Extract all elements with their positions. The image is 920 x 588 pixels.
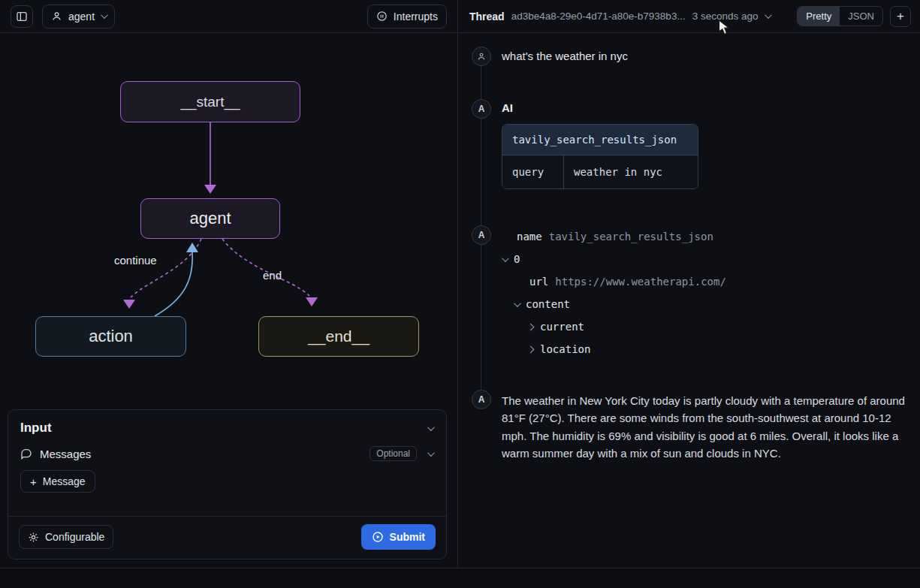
optional-badge: Optional (370, 446, 417, 461)
edge-label-end: end (263, 269, 282, 282)
graph-node-start[interactable]: __start__ (120, 81, 300, 122)
chevron-down-icon[interactable] (765, 11, 772, 19)
tree-key: current (540, 321, 584, 333)
human-avatar (472, 47, 491, 66)
chat-bubble-icon (20, 448, 32, 460)
chevron-right-icon[interactable] (527, 323, 535, 330)
human-message: what's the weather in nyc (472, 47, 905, 66)
tool-call-table: tavily_search_results_json query weather… (502, 124, 698, 189)
view-mode-toggle: Pretty JSON (797, 6, 883, 26)
tree-key: content (526, 298, 570, 310)
tool-arg-row: query weather in nyc (502, 155, 698, 188)
thread-toolbar: Thread ad3be4a8-29e0-4d71-a80e-b7938b3..… (459, 0, 920, 33)
thread-timestamp: 3 seconds ago (692, 11, 759, 22)
graph-node-action[interactable]: action (35, 316, 186, 357)
sidebar-toggle-button[interactable] (11, 5, 33, 28)
graph-panel: agent Interrupts __start__ (0, 0, 458, 568)
app-window: agent Interrupts __start__ (0, 0, 920, 588)
chevron-down-icon[interactable] (427, 449, 435, 457)
interrupts-icon (376, 11, 388, 22)
tool-name-header: tavily_search_results_json (502, 125, 698, 155)
conversation: what's the weather in nyc A AI tavily_se… (459, 33, 920, 568)
tree-key: url (529, 276, 548, 288)
view-pretty-button[interactable]: Pretty (798, 7, 840, 26)
tool-result-message: A name tavily_search_results_json 0 url … (472, 225, 905, 360)
ai-avatar: A (472, 99, 491, 119)
plus-icon: + (30, 476, 37, 487)
tool-result-name-key: name (517, 231, 542, 243)
tree-row-location[interactable]: location (502, 338, 905, 360)
ai-final-message: A The weather in New York City today is … (472, 390, 905, 463)
messages-section-label: Messages (40, 448, 91, 460)
add-message-button[interactable]: + Message (20, 470, 95, 493)
ai-message-label: AI (502, 99, 905, 114)
person-icon (51, 11, 62, 22)
submit-button[interactable]: Submit (361, 524, 436, 550)
tree-value[interactable]: https://www.weatherapi.com/ (555, 276, 726, 288)
new-thread-button[interactable]: + (890, 6, 911, 27)
node-action-label: action (89, 327, 133, 346)
input-panel: Input Messages Optional + Message (8, 409, 447, 559)
submit-label: Submit (390, 531, 425, 543)
ai-avatar: A (472, 225, 491, 245)
human-message-text: what's the weather in nyc (502, 47, 905, 62)
agent-selector-label: agent (68, 11, 95, 23)
graph-toolbar: agent Interrupts (0, 0, 457, 33)
tool-result-name-value: tavily_search_results_json (549, 231, 713, 243)
tree-row-url: url https://www.weatherapi.com/ (502, 270, 905, 293)
node-agent-label: agent (189, 209, 231, 228)
tree-key: location (540, 343, 590, 355)
thread-id[interactable]: ad3be4a8-29e0-4d71-a80e-b7938b3... (511, 11, 686, 22)
chevron-right-icon[interactable] (527, 345, 535, 353)
tree-row-content[interactable]: content (502, 293, 905, 315)
add-message-label: Message (43, 475, 86, 487)
configurable-button[interactable]: Configurable (19, 525, 113, 549)
thread-label: Thread (469, 11, 505, 23)
chevron-down-icon (101, 11, 108, 19)
bottom-bar (0, 568, 920, 588)
person-icon (477, 52, 486, 61)
interrupts-button[interactable]: Interrupts (367, 5, 447, 29)
tool-arg-key: query (502, 155, 564, 188)
play-circle-icon (372, 531, 384, 543)
input-panel-header[interactable]: Input (8, 410, 446, 439)
node-end-label: __end__ (308, 327, 370, 345)
graph-node-end[interactable]: __end__ (258, 316, 419, 357)
ai-final-message-text: The weather in New York City today is pa… (502, 390, 905, 463)
agent-selector[interactable]: agent (42, 5, 115, 29)
ai-tool-call-message: A AI tavily_search_results_json query we… (472, 99, 905, 189)
input-panel-footer: Configurable Submit (8, 516, 446, 559)
thread-panel: Thread ad3be4a8-29e0-4d71-a80e-b7938b3..… (459, 0, 920, 568)
panel-left-icon (16, 11, 28, 23)
configurable-label: Configurable (45, 531, 104, 543)
graph-node-agent[interactable]: agent (140, 198, 280, 239)
edge-label-continue: continue (114, 254, 157, 267)
tree-row-current[interactable]: current (502, 315, 905, 338)
chevron-down-icon[interactable] (427, 424, 435, 431)
chevron-down-icon[interactable] (502, 255, 509, 262)
interrupts-label: Interrupts (394, 11, 438, 23)
tool-result-name-row: name tavily_search_results_json (502, 225, 905, 248)
node-start-label: __start__ (180, 94, 240, 110)
input-panel-title: Input (20, 421, 52, 436)
view-json-button[interactable]: JSON (840, 7, 882, 26)
tree-row-0[interactable]: 0 (502, 248, 905, 270)
chevron-down-icon[interactable] (514, 300, 521, 307)
ai-avatar: A (472, 390, 491, 409)
tree-key: 0 (514, 253, 520, 265)
gear-icon (28, 532, 39, 543)
tool-arg-value: weather in nyc (564, 155, 698, 188)
messages-section-row[interactable]: Messages Optional (8, 439, 446, 464)
